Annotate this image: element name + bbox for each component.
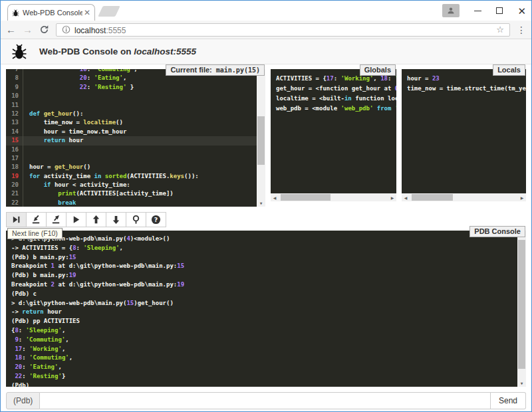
line-number[interactable]: 18 — [6, 163, 23, 171]
line-number[interactable]: 21 — [6, 189, 23, 198]
line-number[interactable]: 14 — [6, 128, 23, 136]
code-line: 14 hour = time_now.tm_hour — [6, 128, 257, 136]
line-number[interactable]: 13 — [6, 118, 23, 127]
url-host: localhost — [74, 26, 106, 35]
code-line: 17 — [6, 154, 257, 163]
line-number-breakpoint[interactable]: 19 — [6, 172, 23, 181]
svg-text:?: ? — [154, 216, 158, 223]
tab-title: Web-PDB Console on lo — [23, 9, 82, 17]
console-line: 9: 'Commuting', — [11, 336, 512, 345]
browser-titlebar: Web-PDB Console on lo ✕ ✕ — [1, 1, 531, 21]
line-number[interactable]: 17 — [6, 154, 23, 163]
line-number[interactable]: 20 — [6, 181, 23, 189]
console-line: localtime = <built-in function localtime… — [276, 94, 391, 104]
code-line: 10 — [6, 92, 257, 100]
locals-horizontal-scrollbar[interactable]: ◀ ▶ — [402, 193, 526, 201]
console-line: Breakpoint 1 at d:\git\python-web-pdb\ma… — [11, 262, 512, 271]
code-line: 19for activity_time in sorted(ACTIVITIES… — [6, 172, 257, 181]
code-line: 15 return hour — [6, 136, 257, 145]
console-line: (Pdb) b main.py:15 — [11, 253, 512, 262]
current-file-badge: Current file: main.py(15) — [166, 64, 265, 76]
line-number-breakpoint[interactable]: 15 — [6, 136, 23, 145]
scroll-left-icon[interactable]: ◀ — [402, 193, 410, 201]
scroll-down-icon[interactable]: ▼ — [257, 199, 265, 207]
bug-logo-icon — [11, 44, 27, 60]
browser-menu-icon[interactable]: ⋮ — [517, 25, 526, 35]
globals-panel: Globals ACTIVITIES = {17: 'Working', 18:… — [271, 69, 396, 207]
step-into-button[interactable] — [26, 212, 47, 227]
bookmark-star-icon[interactable]: ☆ — [496, 25, 504, 35]
console-line: {8: 'Sleeping', — [11, 326, 512, 336]
console-line: (Pdb) c — [11, 290, 512, 299]
step-forward-icon — [11, 215, 21, 225]
address-bar[interactable]: localhost:5555 ☆ — [56, 23, 510, 37]
back-button-icon[interactable]: ← — [6, 25, 16, 35]
code-line: 18hour = get_hour() — [6, 163, 257, 171]
line-number[interactable]: 10 — [6, 92, 23, 100]
console-line: 18: 'Commuting', — [11, 354, 512, 363]
up-stack-button[interactable] — [86, 212, 106, 227]
profile-button[interactable] — [442, 4, 460, 17]
refresh-icon[interactable] — [39, 25, 49, 35]
pdb-console-panel: PDB Console > d:\git\python-web-pdb\main… — [6, 231, 526, 387]
page-title-host: localhost:5555 — [134, 47, 196, 56]
debug-toolbar: ? Next line (F10) — [6, 212, 526, 227]
console-line: -> ACTIVITIES = {8: 'Sleeping', — [11, 244, 512, 253]
console-line: (Pdb) pp ACTIVITIES — [11, 317, 512, 326]
forward-button-icon[interactable]: → — [23, 25, 33, 35]
bug-favicon-icon — [12, 9, 19, 17]
browser-address-toolbar: ← → localhost:5555 ☆ ⋮ — [1, 21, 531, 39]
maximize-button[interactable] — [496, 7, 503, 14]
console-vertical-scrollbar[interactable]: ▲ ▼ — [517, 231, 526, 387]
scroll-down-icon[interactable]: ▼ — [517, 379, 526, 387]
line-number[interactable]: 7 — [6, 69, 23, 74]
scroll-left-icon[interactable]: ◀ — [271, 193, 279, 201]
help-button[interactable]: ? — [146, 212, 166, 227]
question-icon: ? — [151, 215, 161, 225]
line-number[interactable]: 9 — [6, 83, 23, 92]
tooltip: Next line (F10) — [7, 228, 63, 239]
console-line: 17: 'Working', — [11, 345, 512, 354]
globals-horizontal-scrollbar[interactable]: ◀ ▶ — [271, 193, 396, 201]
where-button[interactable] — [126, 212, 146, 227]
scroll-right-icon[interactable]: ▶ — [518, 193, 526, 201]
arrow-up-icon — [91, 215, 101, 225]
code-line: 9 22: 'Resting' } — [6, 83, 257, 92]
send-button[interactable]: Send — [491, 392, 526, 409]
console-line: Breakpoint 2 at d:\git\python-web-pdb\ma… — [11, 280, 512, 290]
code-line: 20 if hour < activity_time: — [6, 181, 257, 189]
continue-button[interactable] — [66, 212, 86, 227]
code-lines: 7 18: 'Commuting',8 20: 'Eating',9 22: '… — [6, 69, 257, 207]
arrow-down-icon — [111, 215, 121, 225]
line-number[interactable]: 8 — [6, 74, 23, 82]
code-view: 7 18: 'Commuting',8 20: 'Eating',9 22: '… — [6, 69, 257, 207]
console-line: 20: 'Eating', — [11, 363, 512, 372]
next-line-button[interactable] — [6, 212, 27, 227]
locals-view: hour = 23time_now = time.struct_time(tm_… — [402, 69, 526, 193]
code-line: 21 print(ACTIVITIES[activity_time]) — [6, 189, 257, 198]
console-line: 22: 'Resting'} — [11, 372, 512, 381]
pdb-prompt-label: (Pdb) — [6, 392, 40, 409]
close-window-button[interactable]: ✕ — [517, 6, 526, 16]
console-line: time_now = time.struct_time(tm_year=2017… — [407, 84, 521, 94]
code-line: 12def get_hour(): — [6, 110, 257, 118]
command-input-bar: (Pdb) Send — [6, 392, 526, 409]
line-number[interactable]: 22 — [6, 199, 23, 207]
line-number[interactable]: 12 — [6, 110, 23, 118]
line-number[interactable]: 16 — [6, 146, 23, 154]
return-button[interactable] — [46, 212, 66, 227]
new-tab-button[interactable] — [98, 6, 120, 17]
line-number[interactable]: 11 — [6, 101, 23, 110]
step-out-icon — [51, 215, 61, 225]
code-vertical-scrollbar[interactable]: ▲ ▼ — [257, 69, 265, 207]
locals-panel: Locals hour = 23time_now = time.struct_t… — [402, 69, 526, 207]
browser-tab[interactable]: Web-PDB Console on lo ✕ — [7, 4, 95, 21]
tab-close-icon[interactable]: ✕ — [84, 9, 90, 17]
pdb-console-badge: PDB Console — [469, 226, 525, 237]
page-info-icon[interactable] — [62, 25, 70, 34]
command-input[interactable] — [40, 392, 491, 409]
down-stack-button[interactable] — [106, 212, 126, 227]
minimize-button[interactable] — [474, 11, 481, 11]
page-title: Web-PDB Console on localhost:5555 — [39, 47, 196, 56]
scroll-right-icon[interactable]: ▶ — [388, 193, 396, 201]
